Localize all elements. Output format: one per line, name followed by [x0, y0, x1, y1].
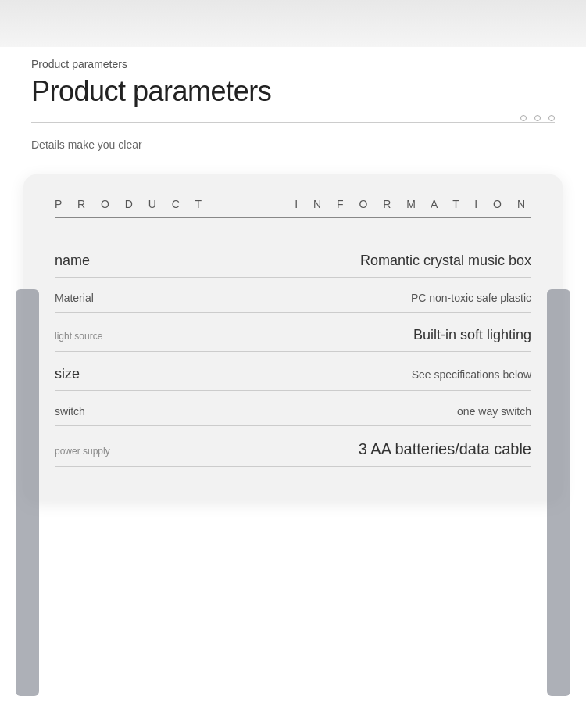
product-info-card: P R O D U C T I N F O R M A T I O N name… — [23, 174, 563, 501]
param-row-light: light source Built-in soft lighting — [55, 316, 531, 351]
section-title: Product parameters — [0, 75, 586, 108]
param-label-name: name — [55, 253, 90, 269]
dot-2[interactable] — [534, 115, 541, 121]
param-value-size: See specifications below — [412, 368, 531, 381]
param-value-material: PC non-toxic safe plastic — [411, 292, 531, 304]
param-row-switch: switch one way switch — [55, 394, 531, 425]
row-divider-name — [55, 277, 531, 278]
param-label-switch: switch — [55, 405, 85, 418]
top-image-area — [0, 0, 586, 47]
param-row-name: name Romantic crystal music box — [55, 242, 531, 277]
dot-3[interactable] — [548, 115, 555, 121]
dots-container — [520, 115, 555, 121]
row-divider-light — [55, 351, 531, 352]
card-header: P R O D U C T I N F O R M A T I O N — [55, 198, 531, 210]
param-value-switch: one way switch — [457, 405, 531, 418]
param-row-power: power supply 3 AA batteries/data cable — [55, 429, 531, 466]
dot-1[interactable] — [520, 115, 527, 121]
row-divider-material — [55, 312, 531, 313]
shadow-bar-right — [547, 289, 570, 696]
card-header-left: P R O D U C T — [55, 198, 208, 210]
param-label-power: power supply — [55, 446, 110, 457]
param-value-light: Built-in soft lighting — [413, 327, 531, 343]
param-label-size: size — [55, 366, 80, 382]
param-row-material: Material PC non-toxic safe plastic — [55, 281, 531, 312]
shadow-bar-left — [16, 289, 39, 696]
section-label: Product parameters — [0, 47, 586, 75]
param-label-material: Material — [55, 292, 94, 304]
row-divider-switch — [55, 425, 531, 426]
row-divider-power — [55, 466, 531, 467]
card-header-right: I N F O R M A T I O N — [295, 198, 531, 210]
row-divider-size — [55, 390, 531, 391]
param-row-size: size See specifications below — [55, 355, 531, 390]
param-label-light: light source — [55, 331, 102, 342]
param-value-name: Romantic crystal music box — [360, 253, 531, 269]
card-header-divider — [55, 217, 531, 218]
param-value-power: 3 AA batteries/data cable — [359, 440, 531, 458]
details-text: Details make you clear — [0, 123, 586, 151]
